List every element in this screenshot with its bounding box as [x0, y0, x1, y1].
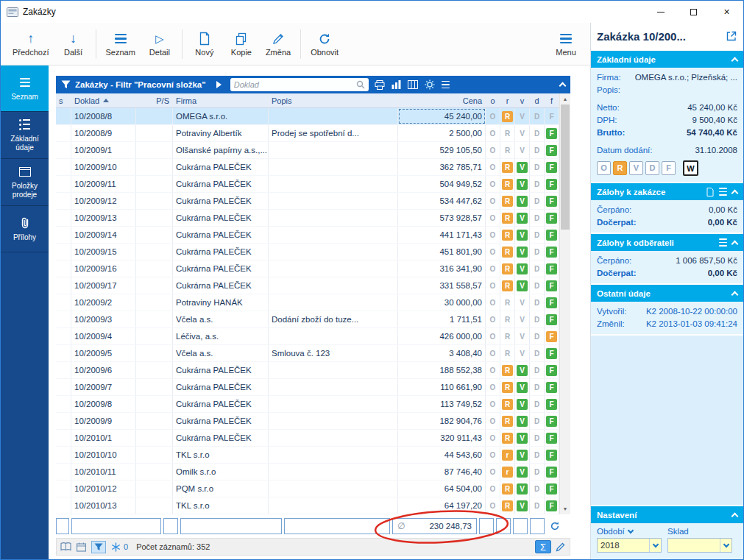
- menu-button[interactable]: Menu: [548, 29, 584, 59]
- column-header-d[interactable]: d: [530, 93, 545, 107]
- table-row[interactable]: 10/2008/8OMEGA s.r.o.45 240,00ORVDF: [56, 108, 559, 125]
- calendar-icon[interactable]: [77, 542, 86, 552]
- next-button[interactable]: ↓ Další: [55, 29, 92, 59]
- table-row[interactable]: 10/2009/6Cukrárna PALEČEK188 552,38ORVDF: [56, 362, 559, 379]
- section-header-nastaveni[interactable]: Nastavení: [591, 506, 743, 523]
- summary-cell[interactable]: [71, 518, 161, 534]
- table-row[interactable]: 10/2009/12Cukrárna PALEČEK534 447,62ORVD…: [56, 193, 559, 210]
- copy-button[interactable]: Kopie: [223, 29, 260, 59]
- collapse-section-icon[interactable]: [731, 512, 739, 520]
- summary-cell[interactable]: [284, 518, 390, 534]
- apply-filter-icon[interactable]: [216, 81, 222, 88]
- collapse-section-icon[interactable]: [731, 57, 739, 64]
- table-row[interactable]: 10/2009/9Cukrárna PALEČEK182 904,76ORVDF: [56, 413, 559, 430]
- summary-cell[interactable]: [163, 518, 178, 534]
- section-menu-icon[interactable]: [719, 238, 727, 247]
- scrollbar-thumb[interactable]: [561, 104, 570, 230]
- table-row[interactable]: 10/2009/5Včela a.s.Smlouva č. 1233 408,4…: [56, 345, 559, 362]
- table-row[interactable]: 10/2009/14Cukrárna PALEČEK441 171,43ORVD…: [56, 227, 559, 244]
- summary-cell[interactable]: [479, 518, 494, 534]
- summary-cell[interactable]: [496, 518, 511, 534]
- table-row[interactable]: 10/2009/16Cukrárna PALEČEK316 341,90ORVD…: [56, 260, 559, 277]
- snowflake-icon[interactable]: [111, 542, 121, 552]
- column-header-doklad[interactable]: Doklad: [71, 93, 136, 107]
- column-header-cena[interactable]: Cena: [398, 93, 486, 107]
- chevron-down-icon[interactable]: [627, 527, 633, 533]
- active-filter-icon[interactable]: [91, 541, 106, 553]
- table-row[interactable]: 10/2009/7Cukrárna PALEČEK110 661,90ORVDF: [56, 379, 559, 396]
- sum-toggle-button[interactable]: Σ: [535, 540, 551, 553]
- new-button[interactable]: Nový: [186, 29, 223, 59]
- summary-average-cell[interactable]: ∅ 230 248,73: [392, 518, 477, 534]
- maximize-button[interactable]: [677, 1, 710, 23]
- summary-cell[interactable]: [56, 518, 69, 534]
- open-external-icon[interactable]: [726, 30, 737, 42]
- table-row[interactable]: 10/2008/9Potraviny AlbertíkProdej se spo…: [56, 125, 559, 142]
- table-row[interactable]: 10/2010/11Omilk s.r.o87 746,40OrVDF: [56, 464, 559, 481]
- table-row[interactable]: 10/2009/10Cukrárna PALEČEK362 785,71ORVD…: [56, 159, 559, 176]
- section-menu-icon[interactable]: [719, 188, 727, 196]
- search-input[interactable]: [234, 80, 356, 89]
- column-header-o[interactable]: o: [486, 93, 500, 107]
- sidebar-item-prilohy[interactable]: Přílohy: [1, 206, 49, 252]
- dropdown-arrow-icon[interactable]: [649, 539, 661, 552]
- sklad-select[interactable]: [667, 538, 732, 553]
- table-row[interactable]: 10/2009/15Cukrárna PALEČEK451 801,90ORVD…: [56, 244, 559, 260]
- chart-icon[interactable]: [392, 80, 401, 89]
- scrollbar-track[interactable]: [560, 104, 570, 503]
- detail-view-button[interactable]: ▷ Detail: [141, 29, 178, 59]
- refresh-button[interactable]: Obnovit: [305, 29, 344, 59]
- columns-icon[interactable]: [408, 80, 418, 89]
- table-row[interactable]: 10/2009/8Cukrárna PALEČEK113 749,52ORVDF: [56, 396, 559, 413]
- table-row[interactable]: 10/2010/12PQM s.r.o64 504,00ORVDF: [56, 481, 559, 497]
- summary-cell[interactable]: [180, 518, 282, 534]
- column-header-r[interactable]: r: [500, 93, 515, 107]
- table-row[interactable]: 10/2010/10TKL s.r.o44 543,60OrVDF: [56, 447, 559, 464]
- summary-cell[interactable]: [530, 518, 545, 534]
- collapse-section-icon[interactable]: [731, 240, 739, 247]
- column-header-s[interactable]: s: [56, 93, 71, 107]
- collapse-section-icon[interactable]: [731, 189, 739, 196]
- table-row[interactable]: 10/2009/3Včela a.s.Dodání zboží do tuze.…: [56, 311, 559, 328]
- table-row[interactable]: 10/2009/1Olšanské papírny a.s.,...529 10…: [56, 142, 559, 159]
- minimize-button[interactable]: [644, 1, 677, 23]
- column-header-firma[interactable]: Firma: [173, 93, 269, 107]
- book-view-icon[interactable]: [60, 542, 71, 551]
- column-header-popis[interactable]: Popis: [269, 93, 398, 107]
- previous-button[interactable]: ↑ Předchozí: [7, 29, 55, 59]
- document-small-icon[interactable]: [706, 188, 714, 196]
- column-header-f[interactable]: f: [545, 93, 559, 107]
- section-header-zalohy-odberatel[interactable]: Zálohy k odběrateli: [591, 234, 743, 251]
- table-row[interactable]: 10/2009/13Cukrárna PALEČEK573 928,57ORVD…: [56, 210, 559, 227]
- dropdown-arrow-icon[interactable]: [720, 539, 731, 552]
- sidebar-item-polozky-prodeje[interactable]: Položky prodeje: [1, 159, 49, 206]
- table-row[interactable]: 10/2010/1Cukrárna PALEČEK320 911,43ORVDF: [56, 430, 559, 447]
- collapse-section-icon[interactable]: [731, 291, 739, 298]
- table-row[interactable]: 10/2009/2Potraviny HANÁK30 000,00ORVDF: [56, 294, 559, 311]
- section-header-ostatni-udaje[interactable]: Ostatní údaje: [591, 285, 743, 302]
- gear-icon[interactable]: [425, 79, 435, 90]
- table-row[interactable]: 10/2009/17Cukrárna PALEČEK331 558,57ORVD…: [56, 277, 559, 294]
- table-row[interactable]: 10/2010/13TKL s.r.o64 197,20ORVDF: [56, 497, 559, 514]
- filter-menu-icon[interactable]: [442, 81, 450, 89]
- table-row[interactable]: 10/2009/4Léčiva, a.s.426 000,00ORVDF: [56, 328, 559, 345]
- section-header-zakladni-udaje[interactable]: Základní údaje: [591, 51, 743, 68]
- print-icon[interactable]: [375, 80, 385, 90]
- column-header-v[interactable]: v: [515, 93, 530, 107]
- vertical-scrollbar[interactable]: ▲ ▼: [559, 93, 570, 514]
- summary-cell[interactable]: [513, 518, 528, 534]
- collapse-filterbar-icon[interactable]: [560, 78, 565, 91]
- table-row[interactable]: 10/2009/11Cukrárna PALEČEK504 949,52ORVD…: [56, 176, 559, 193]
- refresh-summary-icon[interactable]: [549, 520, 561, 532]
- list-view-button[interactable]: Seznam: [100, 29, 141, 59]
- close-button[interactable]: ×: [710, 1, 743, 23]
- edit-pencil-icon[interactable]: [555, 542, 566, 553]
- edit-button[interactable]: Změna: [260, 29, 297, 59]
- obdobi-select[interactable]: 2018: [597, 538, 662, 553]
- section-header-zalohy-zakazka[interactable]: Zálohy k zakázce: [591, 183, 743, 200]
- scroll-down-arrow[interactable]: ▼: [560, 503, 570, 514]
- scroll-up-arrow[interactable]: ▲: [560, 93, 570, 104]
- column-header-ps[interactable]: P/S: [136, 93, 173, 107]
- sidebar-item-seznam[interactable]: Seznam: [1, 65, 49, 112]
- sidebar-item-zakladni-udaje[interactable]: Základní údaje: [1, 112, 49, 159]
